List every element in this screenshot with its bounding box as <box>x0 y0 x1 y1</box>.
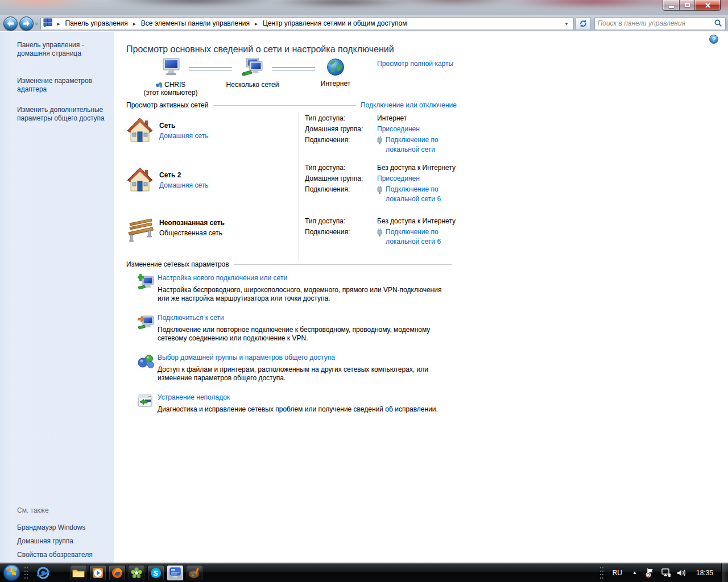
network-name: Неопознанная сеть <box>159 219 299 227</box>
back-button[interactable] <box>3 16 18 31</box>
taskbar-item-media-player[interactable] <box>89 565 106 581</box>
network-name-block: Сеть Домашняя сеть <box>159 111 299 161</box>
taskbar-item-control-panel-active[interactable] <box>167 565 184 581</box>
sidebar-item-change-adapter-settings[interactable]: Изменение параметров адаптера <box>17 77 108 94</box>
sidebar-item-control-panel-home[interactable]: Панель управления - домашняя страница <box>17 41 102 58</box>
multiple-networks-icon[interactable] <box>242 58 263 77</box>
forward-arrow-icon <box>23 20 30 27</box>
connections-label: Подключения: <box>305 227 377 237</box>
back-arrow-icon <box>7 20 14 27</box>
maximize-icon <box>685 3 690 7</box>
see-also-section: См. также Брандмауэр Windows Домашняя гр… <box>17 506 108 564</box>
connect-to-network-link[interactable]: Подключиться к сети <box>158 314 224 322</box>
taskbar-item-skype[interactable]: S <box>147 565 164 581</box>
ethernet-plug-icon <box>377 136 382 144</box>
maximize-button[interactable] <box>679 0 695 11</box>
minimize-icon <box>669 6 674 8</box>
view-full-map-link[interactable]: Просмотр полной карты <box>377 60 453 68</box>
forward-button[interactable] <box>19 16 34 31</box>
taskbar-item-icq[interactable] <box>128 565 145 581</box>
taskbar-grip <box>599 566 605 580</box>
ethernet-plug-icon <box>377 228 382 236</box>
troubleshoot-link[interactable]: Устранение неполадок <box>158 393 230 401</box>
help-button[interactable]: ? <box>709 35 718 44</box>
volume-icon[interactable] <box>674 568 689 577</box>
public-network-bench-icon <box>126 218 155 243</box>
computer-sublabel: (этот компьютер) <box>142 89 199 97</box>
network-type-link[interactable]: Домашняя сеть <box>159 132 208 140</box>
connection-link[interactable]: Подключение по локальной сети 6 <box>386 185 457 204</box>
homegroup-options-desc: Доступ к файлам и принтерам, расположенн… <box>158 365 453 383</box>
access-type-label: Тип доступа: <box>305 217 377 226</box>
connection-link[interactable]: Подключение по локальной сети 6 <box>386 227 457 247</box>
main-panel: Просмотр основных сведений о сети и наст… <box>114 32 728 563</box>
address-dropdown-icon[interactable]: ▾ <box>562 20 571 27</box>
map-node-multiple-networks: Несколько сетей <box>224 58 281 89</box>
network-name-block: Сеть 2 Домашняя сеть <box>159 161 299 214</box>
homegroup-label: Домашняя группа: <box>305 124 377 134</box>
sidebar-item-windows-firewall[interactable]: Брандмауэр Windows <box>17 523 108 532</box>
taskbar-item-explorer[interactable] <box>70 565 87 581</box>
network-icon-wrap <box>126 214 159 261</box>
svg-text:S: S <box>153 568 158 577</box>
network-icon-wrap <box>126 161 159 214</box>
breadcrumb-separator-icon: ▸ <box>53 20 64 27</box>
network-icon-wrap <box>126 111 159 161</box>
map-node-computer: CHRIS (этот компьютер) <box>142 58 199 97</box>
search-input[interactable] <box>598 19 714 27</box>
clock[interactable]: 18:35 <box>689 569 721 577</box>
homegroup-options-link[interactable]: Выбор домашней группы и параметров общег… <box>158 354 335 361</box>
system-tray: RU ▲ <box>596 563 728 582</box>
network-name: Сеть 2 <box>159 171 299 179</box>
show-desktop-button[interactable] <box>721 563 728 582</box>
task-troubleshoot: Устранение неполадок Диагностика и испра… <box>126 393 457 414</box>
address-bar[interactable]: ▸ Панель управления ▸ Все элементы панел… <box>40 17 574 30</box>
task-connect-to-network: Подключиться к сети Подключение или повт… <box>126 314 457 343</box>
sidebar-item-advanced-sharing-settings[interactable]: Изменить дополнительные параметры общего… <box>17 106 111 123</box>
network-type-link[interactable]: Домашняя сеть <box>159 181 208 189</box>
start-button[interactable] <box>3 564 20 581</box>
new-connection-icon <box>138 274 155 291</box>
computer-label-row: CHRIS <box>142 81 199 89</box>
refresh-button[interactable] <box>576 17 591 30</box>
tray-hidden-icons-button[interactable]: ▲ <box>627 570 643 575</box>
ethernet-plug-icon <box>377 186 382 194</box>
homegroup-status-link[interactable]: Присоединен <box>377 174 457 184</box>
breadcrumb-control-panel[interactable]: Панель управления <box>64 19 129 28</box>
troubleshoot-desc: Диагностика и исправление сетевых пробле… <box>158 405 453 414</box>
breadcrumb-network-center[interactable]: Центр управления сетями и общим доступом <box>262 19 408 28</box>
task-homegroup-options: Выбор домашней группы и параметров общег… <box>126 354 457 383</box>
close-button[interactable] <box>695 0 721 11</box>
recent-pages-dropdown[interactable]: ▾ <box>35 20 38 26</box>
troubleshoot-icon <box>138 393 154 409</box>
connection-link[interactable]: Подключение по локальной сети <box>386 135 457 155</box>
new-connection-link[interactable]: Настройка нового подключения или сети <box>158 274 287 282</box>
taskbar-grip <box>24 566 29 580</box>
search-icon[interactable] <box>714 19 722 27</box>
language-indicator[interactable]: RU <box>608 569 627 577</box>
access-type-label: Тип доступа: <box>305 163 377 173</box>
minimize-button[interactable] <box>663 0 679 11</box>
paint-palette-icon <box>188 567 201 579</box>
map-node-internet: Интернет <box>307 58 364 88</box>
computer-icon[interactable] <box>160 58 181 77</box>
taskbar-item-paint[interactable] <box>186 565 203 581</box>
homegroup-status-link[interactable]: Присоединен <box>377 124 457 134</box>
breadcrumb-separator-icon: ▸ <box>251 20 262 27</box>
network-card-home-1: Сеть Домашняя сеть Тип доступа: Интернет… <box>126 111 457 161</box>
connect-disconnect-link[interactable]: Подключение или отключение <box>361 101 457 109</box>
taskbar-item-firefox[interactable] <box>109 565 126 581</box>
taskbar-item-internet-explorer[interactable] <box>35 565 52 581</box>
breadcrumb-all-items[interactable]: Все элементы панели управления <box>140 19 251 28</box>
sidebar-item-homegroup[interactable]: Домашняя группа <box>17 537 108 546</box>
navigation-bar: ▾ ▸ Панель управления ▸ Все элементы пан… <box>0 15 728 31</box>
homegroup-label: Домашняя группа: <box>305 174 377 184</box>
access-type-label: Тип доступа: <box>305 114 377 123</box>
access-type-value: Интернет <box>377 114 457 123</box>
network-status-icon[interactable] <box>658 568 674 577</box>
internet-globe-icon[interactable] <box>326 58 345 76</box>
sidebar-item-internet-options[interactable]: Свойства обозревателя <box>17 551 108 559</box>
action-center-flag-icon[interactable] <box>643 568 658 577</box>
multiple-networks-label: Несколько сетей <box>224 81 281 89</box>
change-settings-header-row: Изменение сетевых параметров <box>126 260 457 268</box>
